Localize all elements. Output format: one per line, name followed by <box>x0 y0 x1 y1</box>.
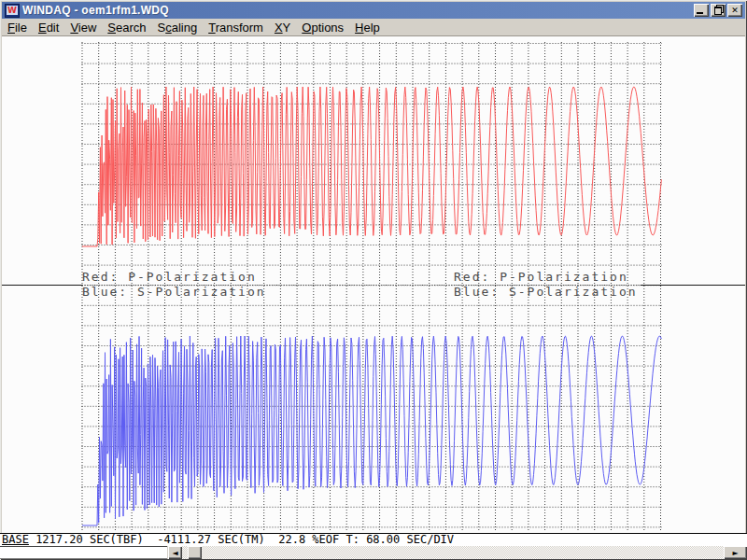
scroll-left-button[interactable]: ◄ <box>168 546 182 559</box>
base-mode-label[interactable]: BASE <box>2 534 29 546</box>
scrollbar-thumb[interactable] <box>188 546 202 559</box>
waveform-display[interactable]: Red: P-Polarization Blue: S-Polarization… <box>2 36 745 533</box>
scroll-left-icon: ◄ <box>172 549 177 557</box>
menu-bar: FileEditViewSearchScalingTransformXYOpti… <box>2 19 745 36</box>
window-title: WINDAQ - oem1rfm1.WDQ <box>22 4 694 17</box>
minimize-button[interactable] <box>694 4 709 17</box>
menu-item-search[interactable]: Search <box>102 20 151 35</box>
annotation-blue-left: Blue: S-Polarization <box>82 285 266 299</box>
restore-button[interactable] <box>711 4 726 17</box>
status-readout: 1217.20 SEC(TBF) -4111.27 SEC(TM) 22.8 %… <box>29 534 454 546</box>
application-window: W WINDAQ - oem1rfm1.WDQ ✕ FileEditViewSe… <box>0 0 747 560</box>
restore-icon <box>714 7 722 15</box>
menu-item-view[interactable]: View <box>64 20 102 35</box>
window-controls: ✕ <box>694 4 742 17</box>
status-bar: BASE 1217.20 SEC(TBF) -4111.27 SEC(TM) 2… <box>0 533 747 546</box>
menu-item-options[interactable]: Options <box>296 20 349 35</box>
minimize-icon <box>697 12 703 14</box>
bottom-scrollbar-row: ◄ ► <box>0 546 747 559</box>
menu-item-transform[interactable]: Transform <box>203 20 269 35</box>
scrollbar-track[interactable] <box>182 546 724 559</box>
annotation-blue-right: Blue: S-Polarization <box>454 285 638 299</box>
close-button[interactable]: ✕ <box>727 4 742 17</box>
event-marker-panel <box>0 546 167 559</box>
scroll-right-icon: ► <box>732 549 738 557</box>
menu-item-help[interactable]: Help <box>349 20 386 35</box>
menu-item-edit[interactable]: Edit <box>33 20 64 35</box>
windaq-icon-glyph: W <box>7 6 18 15</box>
menu-item-file[interactable]: File <box>2 20 33 35</box>
windaq-app-icon[interactable]: W <box>5 4 20 18</box>
close-icon: ✕ <box>731 6 739 15</box>
scroll-right-button[interactable]: ► <box>724 546 747 559</box>
annotation-red-right: Red: P-Polarization <box>454 270 628 284</box>
title-bar[interactable]: W WINDAQ - oem1rfm1.WDQ ✕ <box>2 2 745 19</box>
menu-item-xy[interactable]: XY <box>269 20 296 35</box>
annotation-red-left: Red: P-Polarization <box>82 270 257 284</box>
menu-item-scaling[interactable]: Scaling <box>152 20 204 35</box>
